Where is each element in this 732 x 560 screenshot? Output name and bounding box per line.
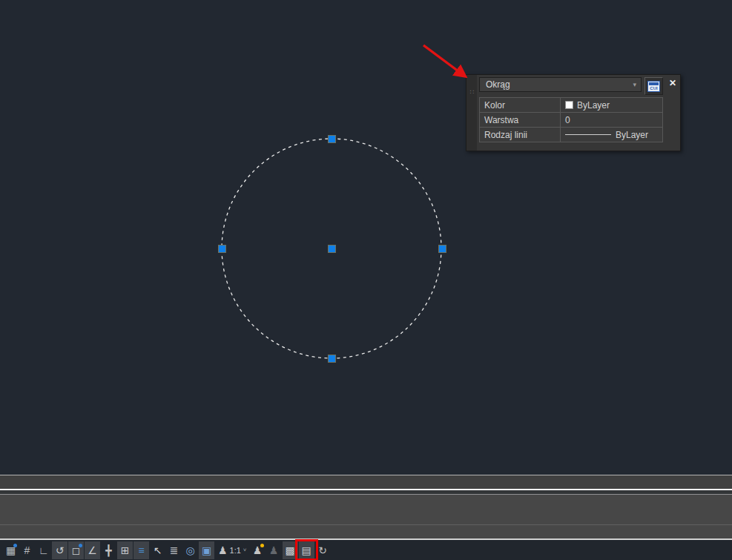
property-value[interactable]: 0 [560, 112, 663, 128]
panel-gripper[interactable]: ∷ [466, 75, 477, 151]
polar-tracking-icon: ↺ [56, 545, 65, 556]
object-type-value: Okrąg [486, 79, 510, 90]
docked-band-1 [0, 475, 732, 489]
quick-properties-panel: ∷ Okrąg ▾ CUI KolorByLayerWarstwa0Rodzaj… [466, 74, 681, 151]
isometric-drafting-badge-icon [79, 544, 82, 547]
property-value[interactable]: ByLayer [560, 127, 663, 142]
cui-icon: CUI [647, 81, 660, 92]
layers-icon: ≣ [170, 545, 179, 556]
panel-body: Okrąg ▾ CUI KolorByLayerWarstwa0Rodzaj l… [477, 75, 665, 151]
annotation-visibility-button[interactable]: ♟ [266, 541, 282, 559]
ortho-mode-button[interactable]: ∟ [36, 541, 51, 559]
lineweight-button[interactable]: ≡ [133, 541, 149, 559]
property-value-text: ByLayer [577, 100, 610, 111]
magnifier-button[interactable]: ◎ [182, 541, 198, 559]
command-band [0, 495, 732, 524]
polar-tracking-button[interactable]: ↺ [52, 541, 67, 559]
selection-cycling-icon: ↖ [154, 545, 162, 556]
object-snap-icon: ╋ [105, 545, 111, 556]
checkerboard-button[interactable]: ▩ [283, 541, 298, 559]
property-label: Warstwa [479, 112, 561, 128]
grip-bottom[interactable] [328, 355, 336, 363]
ortho-mode-icon: ∟ [39, 545, 49, 556]
object-snap-tracking-icon: ∠ [88, 545, 97, 556]
checkerboard-icon: ▩ [285, 545, 294, 556]
command-band-2 [0, 525, 732, 538]
monitor-icon: ▣ [202, 545, 211, 556]
refresh-icon: ↻ [318, 545, 327, 556]
autoscale-button[interactable]: ♟ [250, 541, 266, 559]
dynamic-input-button[interactable]: ⊞ [117, 541, 133, 559]
linetype-sample [565, 134, 611, 135]
grid-display-button[interactable]: # [19, 541, 35, 559]
annotation-person-icon: ♟ [218, 544, 228, 556]
refresh-button[interactable]: ↻ [315, 541, 331, 559]
grid-display-icon: # [24, 545, 30, 556]
grip-right[interactable] [438, 245, 446, 253]
grip-top[interactable] [328, 135, 336, 143]
magnifier-icon: ◎ [185, 545, 194, 556]
chevron-down-icon: ▾ [633, 81, 636, 88]
status-bar: ▦#∟↺◻∠╋⊞≡↖≣◎▣♟1:1˅♟♟▩▤↻ [0, 540, 732, 560]
property-label: Rodzaj linii [479, 127, 561, 142]
property-table-partial-row [479, 142, 663, 147]
snap-grid-badge-icon [13, 544, 17, 547]
lineweight-icon: ≡ [138, 545, 144, 556]
quick-properties-button[interactable]: ▤ [299, 541, 314, 559]
property-row: Warstwa0 [479, 112, 663, 128]
chevron-down-icon: ˅ [243, 547, 247, 553]
property-table: KolorByLayerWarstwa0Rodzaj liniiByLayer [479, 97, 663, 142]
grip-left[interactable] [218, 245, 226, 253]
object-type-dropdown[interactable]: Okrąg ▾ [479, 77, 642, 92]
cui-customize-button[interactable]: CUI [644, 77, 663, 95]
property-row: Rodzaj liniiByLayer [479, 127, 663, 142]
color-swatch [565, 101, 573, 109]
property-value-text: ByLayer [616, 130, 648, 140]
autoscale-badge-icon [260, 544, 264, 547]
layers-button[interactable]: ≣ [166, 541, 182, 559]
property-value-text: 0 [565, 115, 570, 125]
property-row: KolorByLayer [479, 97, 663, 113]
gripper-dots-icon: ∷ [470, 88, 474, 96]
annotation-scale-value: 1:1 [230, 546, 241, 555]
dynamic-input-icon: ⊞ [121, 545, 130, 556]
annotation-scale-control[interactable]: ♟1:1˅ [216, 541, 249, 559]
quick-properties-icon: ▤ [301, 545, 311, 556]
property-value[interactable]: ByLayer [560, 97, 663, 113]
object-snap-button[interactable]: ╋ [101, 541, 116, 559]
grip-center[interactable] [328, 245, 336, 253]
panel-right-strip: ✕ [665, 75, 680, 151]
monitor-button[interactable]: ▣ [199, 541, 214, 559]
property-label: Kolor [479, 97, 561, 113]
annotation-visibility-icon: ♟ [269, 545, 279, 556]
isometric-drafting-button[interactable]: ◻ [68, 541, 84, 559]
selection-cycling-button[interactable]: ↖ [150, 541, 165, 559]
close-icon[interactable]: ✕ [669, 79, 676, 88]
snap-grid-button[interactable]: ▦ [3, 541, 19, 559]
autocad-window: ∷ Okrąg ▾ CUI KolorByLayerWarstwa0Rodzaj… [0, 0, 732, 560]
object-snap-tracking-button[interactable]: ∠ [85, 541, 100, 559]
